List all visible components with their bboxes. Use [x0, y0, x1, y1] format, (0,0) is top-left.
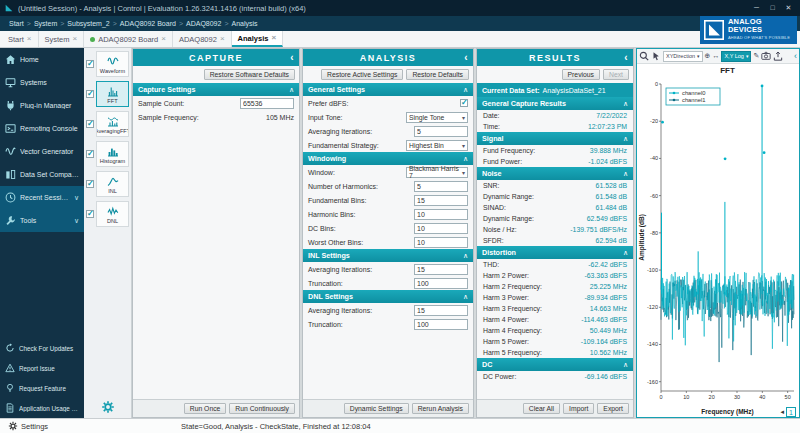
import-button[interactable]: Import: [563, 403, 594, 414]
setting-label: Harmonic Bins:: [308, 211, 355, 218]
results-section-header-signal[interactable]: Signal∧: [477, 132, 633, 145]
tab-adaq8092-board[interactable]: ADAQ8092 Board×: [84, 31, 173, 47]
rail-item-averagingfft[interactable]: AveragingFFT: [84, 111, 131, 137]
collapse-results-icon[interactable]: ‹: [624, 50, 629, 65]
xy-direction-dropdown[interactable]: XYDirection ▾: [663, 51, 703, 62]
breadcrumb-item-adaq8092[interactable]: ADAQ8092: [183, 20, 224, 27]
tab-analysis[interactable]: Analysis×: [232, 31, 284, 47]
section-header-windowing[interactable]: Windowing∧: [303, 152, 473, 165]
sidebar-item-report-issue[interactable]: Report Issue: [0, 358, 84, 378]
sidebar-item-application-usage-logging[interactable]: Application Usage Logging: [0, 398, 84, 418]
tab-start[interactable]: Start×: [2, 31, 39, 47]
fit-view-icon[interactable]: ⊕: [705, 51, 711, 61]
rail-item-inl[interactable]: INL: [84, 171, 131, 197]
sidebar-item-recent-sessions[interactable]: Recent Sessions∨: [0, 186, 84, 209]
next-button[interactable]: Next: [603, 69, 629, 80]
collapse-analysis-icon[interactable]: ‹: [464, 50, 469, 65]
clear-all-button[interactable]: Clear All: [523, 403, 560, 414]
worst-other-bins-input[interactable]: [414, 237, 468, 248]
settings-gear-icon[interactable]: [8, 421, 18, 431]
rail-checkbox-averagingfft[interactable]: [86, 120, 94, 128]
settings-label[interactable]: Settings: [21, 422, 48, 431]
rail-checkbox-inl[interactable]: [86, 180, 94, 188]
fundamental-bins-input[interactable]: [414, 195, 468, 206]
tab-adaq8092[interactable]: ADAQ8092×: [173, 31, 232, 47]
averaging-iterations-input[interactable]: [414, 264, 468, 275]
run-once-button[interactable]: Run Once: [184, 403, 227, 414]
truncation-input[interactable]: [414, 278, 468, 289]
previous-button[interactable]: Previous: [562, 69, 600, 80]
rail-item-dnl[interactable]: DNL: [84, 201, 131, 227]
zoom-icon[interactable]: [639, 51, 649, 61]
fft-plot[interactable]: 0-20-40-60-80-100-120-140-16001020304050…: [637, 64, 799, 417]
window-select[interactable]: Blackman Harris 7▾: [406, 167, 468, 178]
averaging-iterations-input[interactable]: [414, 305, 468, 316]
breadcrumb-item-subsystem-2[interactable]: Subsystem_2: [64, 20, 112, 27]
rail-item-waveform[interactable]: Waveform: [84, 51, 131, 77]
annotate-icon[interactable]: ✎: [753, 51, 759, 61]
minimize-button[interactable]: ─: [749, 1, 764, 15]
breadcrumb-item-analysis[interactable]: Analysis: [229, 20, 261, 27]
export-image-icon[interactable]: [773, 51, 783, 61]
fundamental-strategy-select[interactable]: Highest Bin▾: [406, 140, 468, 151]
sidebar-item-home[interactable]: Home: [0, 48, 84, 71]
analysis-settings-gear-icon[interactable]: [101, 400, 115, 414]
rail-checkbox-histogram[interactable]: [86, 150, 94, 158]
tab-close-icon[interactable]: ×: [27, 35, 32, 43]
tab-close-icon[interactable]: ×: [73, 35, 78, 43]
sidebar-item-data-set-comparison[interactable]: Data Set Comparison: [0, 163, 84, 186]
page-number[interactable]: 1: [786, 407, 796, 417]
pointer-icon[interactable]: [651, 51, 661, 61]
collapse-capture-icon[interactable]: ‹: [290, 50, 295, 65]
rail-item-histogram[interactable]: Histogram: [84, 141, 131, 167]
results-section-header-general-capture-results[interactable]: General Capture Results∧: [477, 97, 633, 110]
harmonic-bins-input[interactable]: [414, 209, 468, 220]
truncation-input[interactable]: [414, 319, 468, 330]
prefer-dbfs-checkbox[interactable]: [460, 99, 468, 107]
breadcrumb-item-system[interactable]: System: [31, 20, 60, 27]
restore-software-defaults-button[interactable]: Restore Software Defaults: [204, 69, 295, 80]
restore-active-settings-button[interactable]: Restore Active Settings: [321, 69, 403, 80]
export-button[interactable]: Export: [597, 403, 629, 414]
restore-defaults-button[interactable]: Restore Defaults: [406, 69, 469, 80]
maximize-button[interactable]: □: [765, 1, 780, 15]
section-header-inl-settings[interactable]: INL Settings∧: [303, 249, 473, 262]
tab-system[interactable]: System×: [39, 31, 85, 47]
breadcrumb-item-adaq8092-board[interactable]: ADAQ8092 Board: [117, 20, 179, 27]
collapse-chart-icon[interactable]: ‹: [794, 51, 797, 61]
rail-checkbox-waveform[interactable]: [86, 60, 94, 68]
rail-item-fft[interactable]: FFT: [84, 81, 131, 107]
capture-settings-section-header[interactable]: Capture Settings ∧: [133, 83, 299, 96]
axis-scale-dropdown[interactable]: X,Y Log ▾: [721, 51, 751, 62]
averaging-iterations-input[interactable]: [414, 126, 468, 137]
section-header-dnl-settings[interactable]: DNL Settings∧: [303, 290, 473, 303]
input-tone-select[interactable]: Single Tone▾: [406, 112, 468, 123]
rail-checkbox-dnl[interactable]: [86, 210, 94, 218]
sidebar-item-systems[interactable]: Systems: [0, 71, 84, 94]
results-section-header-dc[interactable]: DC∧: [477, 358, 633, 371]
results-section-header-distortion[interactable]: Distortion∧: [477, 246, 633, 259]
sidebar-item-plug-in-manager[interactable]: Plug-in Manager: [0, 94, 84, 117]
number-of-harmonics-input[interactable]: [414, 181, 468, 192]
snapshot-icon[interactable]: [761, 51, 771, 61]
dynamic-settings-button[interactable]: Dynamic Settings: [344, 403, 409, 414]
section-header-general-settings[interactable]: General Settings∧: [303, 83, 473, 96]
pan-icon[interactable]: ↔: [712, 51, 719, 61]
sidebar-item-tools[interactable]: Tools∨: [0, 209, 84, 232]
page-arrow-icon[interactable]: ◂: [780, 408, 784, 416]
breadcrumb-item-start[interactable]: Start: [6, 20, 27, 27]
dc-bins-input[interactable]: [414, 223, 468, 234]
close-button[interactable]: ✕: [781, 1, 796, 15]
sidebar-item-remoting-console[interactable]: Remoting Console: [0, 117, 84, 140]
results-section-header-noise[interactable]: Noise∧: [477, 167, 633, 180]
rerun-analysis-button[interactable]: Rerun Analysis: [412, 403, 469, 414]
sidebar-item-check-for-updates[interactable]: Check For Updates: [0, 338, 84, 358]
sidebar-item-vector-generator[interactable]: Vector Generator: [0, 140, 84, 163]
run-continuously-button[interactable]: Run Continuously: [229, 403, 295, 414]
sample-count-input[interactable]: [240, 98, 294, 109]
rail-checkbox-fft[interactable]: [86, 90, 94, 98]
tab-close-icon[interactable]: ×: [220, 35, 225, 43]
sidebar-item-request-feature[interactable]: Request Feature: [0, 378, 84, 398]
tab-close-icon[interactable]: ×: [271, 34, 276, 42]
tab-close-icon[interactable]: ×: [161, 35, 166, 43]
